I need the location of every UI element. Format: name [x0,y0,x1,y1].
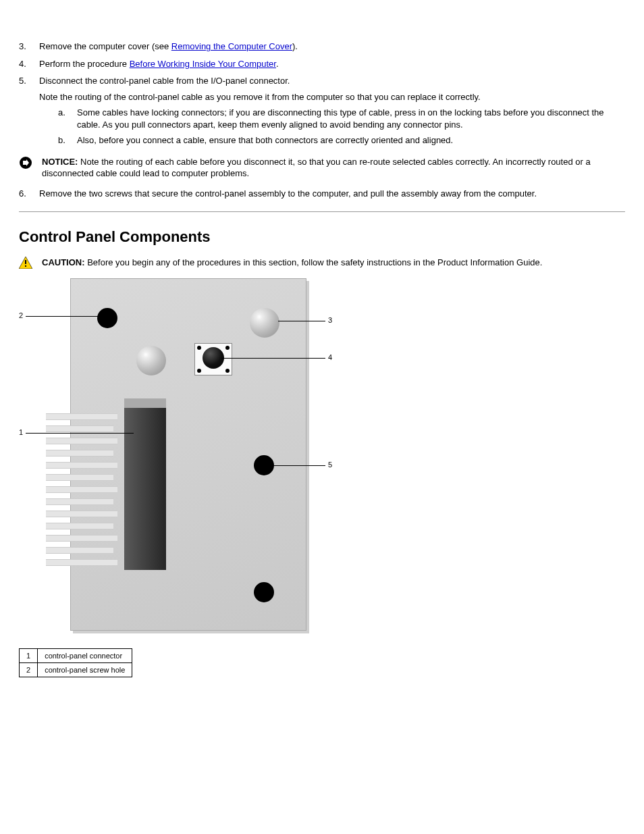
step-number: 5. [19,75,39,151]
substep-a: a. Some cables have locking connectors; … [58,107,625,130]
step-text-before: Remove the computer cover (see [39,41,171,51]
substep-text: Also, before you connect a cable, ensure… [77,134,453,147]
control-panel-figure: 1 2 3 4 5 [19,278,343,643]
step-3: 3. Remove the computer cover (see Removi… [19,41,625,53]
callout-4: 4 [328,353,332,361]
callout-1: 1 [19,428,23,436]
step-body: Disconnect the control-panel cable from … [39,75,625,151]
notice-arrow-icon [19,156,42,170]
step-text-after: ). [292,41,298,51]
section-divider [19,211,625,212]
callout-line-1 [26,433,134,434]
procedure-list-top: 3. Remove the computer cover (see Removi… [19,41,625,151]
table-row: 2 control-panel screw hole [20,663,132,677]
substep-intro: Note the routing of the control-panel ca… [39,91,625,103]
substep-label: b. [58,134,77,147]
section-heading: Control Panel Components [19,228,625,246]
step-text: Disconnect the control-panel cable from … [39,76,290,86]
step-body: Remove the computer cover (see Removing … [39,41,625,53]
table-row: 1 control-panel connector [20,649,132,663]
notice-text: NOTICE: Note the routing of each cable b… [42,156,625,180]
callout-line-4 [221,358,325,359]
callout-line-2 [26,316,100,317]
notice-body: Note the routing of each cable before yo… [42,157,591,179]
notice-label: NOTICE: [42,157,78,167]
caution-label: CAUTION: [42,257,85,267]
callout-3: 3 [328,316,332,324]
step-number: 6. [19,188,39,200]
part-name: control-panel screw hole [38,663,132,677]
step-text-after: . [276,59,279,69]
svg-rect-1 [25,260,26,264]
connector-body [124,408,166,570]
caution-text: CAUTION: Before you begin any of the pro… [42,257,625,269]
callout-5: 5 [328,461,332,469]
callout-2: 2 [19,311,23,319]
step-text-before: Perform the procedure [39,59,130,69]
parts-table: 1 control-panel connector 2 control-pane… [19,648,132,677]
procedure-list-bottom: 6. Remove the two screws that secure the… [19,188,625,200]
link-removing-cover[interactable]: Removing the Computer Cover [171,41,292,51]
substep-b: b. Also, before you connect a cable, ens… [58,134,625,147]
step-text: Remove the two screws that secure the co… [39,188,625,200]
substep-text: Some cables have locking connectors; if … [77,107,625,130]
callout-line-3 [278,321,325,321]
part-num: 1 [20,649,38,663]
step-6: 6. Remove the two screws that secure the… [19,188,625,200]
connector-top [124,398,166,408]
svg-rect-2 [25,265,26,267]
substep-label: a. [58,107,77,130]
connector-pins [46,413,113,569]
step-4: 4. Perform the procedure Before Working … [19,58,625,70]
callout-line-5 [273,465,325,466]
step-number: 4. [19,58,39,70]
part-name: control-panel connector [38,649,132,663]
step-body: Perform the procedure Before Working Ins… [39,58,625,70]
step-number: 3. [19,41,39,53]
caution-warning-icon [19,257,42,269]
substep-list: a. Some cables have locking connectors; … [58,107,625,147]
step-5: 5. Disconnect the control-panel cable fr… [19,75,625,151]
notice-block: NOTICE: Note the routing of each cable b… [19,156,625,180]
caution-block: CAUTION: Before you begin any of the pro… [19,257,625,269]
part-num: 2 [20,663,38,677]
link-before-working[interactable]: Before Working Inside Your Computer [130,59,276,69]
caution-body: Before you begin any of the procedures i… [85,257,543,267]
